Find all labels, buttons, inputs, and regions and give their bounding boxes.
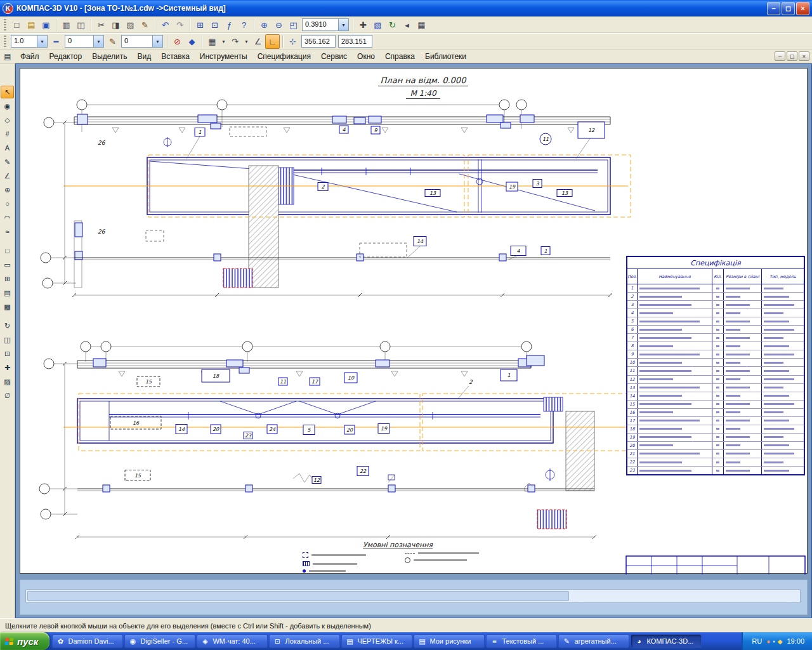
zoom-out-icon[interactable]: ⊖ [272,18,286,32]
mdi-minimize-button[interactable]: – [775,51,785,61]
restore-button[interactable]: ◻ [782,2,795,15]
toolbar-grip[interactable] [4,19,6,30]
grid-tool-icon[interactable]: # [1,128,14,140]
cut-icon[interactable]: ✂ [94,18,108,32]
fx-icon[interactable]: ƒ [222,18,237,32]
minimize-button[interactable]: – [767,2,780,15]
previous-view-icon[interactable]: ◂ [400,18,414,32]
copy-style-icon[interactable]: ✎ [138,18,152,32]
menu-item[interactable]: Выделить [87,50,132,63]
chevron-down-icon[interactable]: ▼ [219,34,228,49]
select-tool-icon[interactable]: ↖ [1,86,14,98]
point-tool-icon[interactable]: ◉ [1,100,14,112]
new-document-icon[interactable]: □ [10,18,24,32]
close-button[interactable]: × [796,2,809,15]
spline-tool-icon[interactable]: ≈ [1,225,14,238]
ortho-mode-button[interactable]: ∟ [265,34,280,49]
pencil-tool-icon[interactable]: ✎ [1,156,14,168]
hatch-tool-icon[interactable]: ▤ [1,286,14,299]
save-icon[interactable]: ▣ [39,18,53,32]
task-text-doc[interactable]: ≡ Текстовый ... [486,634,557,648]
horizontal-scrollbar[interactable] [25,589,801,603]
line-style-button[interactable]: ━ [49,34,63,49]
clock[interactable]: 19:00 [787,637,804,645]
rotate-tool-icon[interactable]: ↻ [1,319,14,332]
task-wm-chat[interactable]: ◈ WM-чат: 40... [197,634,268,648]
plus-tool-icon[interactable]: ✚ [1,361,14,374]
task-agregatny[interactable]: ✎ агрегатный... [558,634,629,648]
polygon-tool-icon[interactable]: ▭ [1,258,14,271]
open-document-icon[interactable]: ▤ [24,18,39,32]
what-is-this-icon[interactable]: ? [237,18,251,32]
table-tool-icon[interactable]: ⊞ [1,272,14,285]
print-icon[interactable]: ▥ [59,18,74,32]
copy-icon[interactable]: ◨ [108,18,123,32]
show-page-icon[interactable]: ▦ [414,18,429,32]
zoom-area-icon[interactable]: ◰ [286,18,301,32]
menu-item[interactable]: Сервис [316,50,352,63]
rectangle-tool-icon[interactable]: □ [1,244,14,257]
object-properties-icon[interactable]: ⊡ [207,18,222,32]
layer-field[interactable]: 0 ▼ [65,35,104,48]
chevron-down-icon[interactable]: ▼ [152,36,162,47]
zoom-select-icon[interactable]: ▧ [370,18,385,32]
pencil-state-button[interactable]: ✎ [105,34,120,49]
line-width-combo[interactable]: 1.0 ▼ [11,35,48,48]
measure-tool-icon[interactable]: ⊡ [1,347,14,360]
menu-item[interactable]: Вид [133,50,157,63]
chevron-down-icon[interactable]: ▼ [242,34,251,49]
start-button[interactable]: пуск [0,632,49,650]
drawing-viewport[interactable]: 1491211213193131441262615181117101216142… [15,63,812,618]
print-preview-icon[interactable]: ◫ [74,18,88,32]
chevron-down-icon[interactable]: ▼ [338,19,348,30]
grid-toggle-button[interactable]: ▦ [205,34,219,49]
task-drawings-folder[interactable]: ▤ ЧЕРТЕЖЫ к... [341,634,412,648]
task-my-pictures[interactable]: ▤ Мои рисунки [414,634,485,648]
pan-icon[interactable]: ✚ [356,18,370,32]
zoom-scale-combo[interactable]: 0.3910 ▼ [302,18,349,31]
menu-item[interactable]: Инструменты [195,50,252,63]
chevron-down-icon[interactable]: ▼ [93,36,103,47]
spreadsheet-icon[interactable]: ⊞ [193,18,207,32]
kompas-app-icon[interactable]: K [3,3,13,14]
view-tool-icon[interactable]: ◫ [1,333,14,346]
forbid-snap-button[interactable]: ⊘ [170,34,185,49]
menu-item[interactable]: Файл [15,50,44,63]
paste-icon[interactable]: ▨ [123,18,138,32]
task-digiseller[interactable]: ◉ DigiSeller - G... [124,634,195,648]
specification-table[interactable]: Специфікація Поз. Найменування Кіл. Розм… [626,256,805,475]
refresh-icon[interactable]: ↻ [385,18,400,32]
angle-tool-icon[interactable]: ∠ [1,169,14,182]
tray-network-icon[interactable]: ▪ [773,638,775,645]
snap-settings-button[interactable]: ◆ [185,34,199,49]
angle-field[interactable]: 0 ▼ [121,35,163,48]
coordinate-y-field[interactable]: 283.151 [338,35,372,48]
scrollbar-thumb[interactable] [27,591,569,601]
mdi-close-button[interactable]: × [799,51,809,61]
redo-icon[interactable]: ↷ [173,18,187,32]
circle-tool-icon[interactable]: ○ [1,197,14,210]
chevron-down-icon[interactable]: ▼ [37,36,47,47]
menu-item[interactable]: Редактор [44,50,88,63]
menu-item[interactable]: Окно [352,50,380,63]
diameter-tool-icon[interactable]: ∅ [1,389,14,402]
undo-icon[interactable]: ↶ [158,18,173,32]
document-menu-icon[interactable]: ▤ [3,51,13,62]
mdi-restore-button[interactable]: ◻ [787,51,797,61]
tray-antivirus-icon[interactable]: ● [766,638,770,645]
language-indicator[interactable]: RU [752,637,762,645]
zoom-in-icon[interactable]: ⊕ [257,18,272,32]
shade-tool-icon[interactable]: ▨ [1,375,14,388]
pattern-tool-icon[interactable]: ▩ [1,300,14,313]
menu-item[interactable]: Спецификация [252,50,316,63]
angle-snap-button[interactable]: ∠ [251,34,265,49]
text-tool-icon[interactable]: A [1,142,14,154]
menu-item[interactable]: Вставка [156,50,195,63]
arc-tool-icon[interactable]: ◠ [1,211,14,224]
drawing-sheet[interactable]: 1491211213193131441262615181117101216142… [20,68,808,574]
circle-center-tool-icon[interactable]: ⊕ [1,183,14,196]
task-kompas[interactable]: ◕ КОМПАС-3D... [631,634,702,648]
tray-volume-icon[interactable]: ◆ [778,638,783,645]
local-cs-button[interactable]: ↷ [228,34,242,49]
task-damion[interactable]: ✿ Damion Davi... [52,634,123,648]
